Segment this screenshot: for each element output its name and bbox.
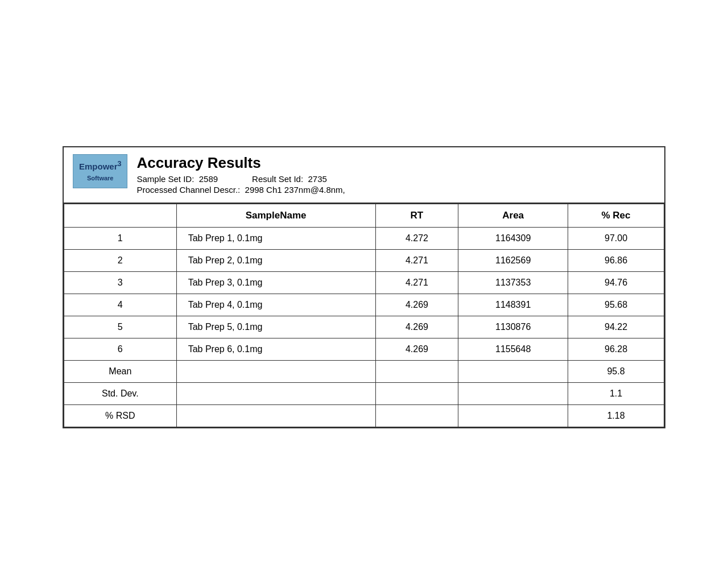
cell-index: 4 [64,294,177,316]
cell-pctrec: 94.22 [568,316,664,338]
col-header-rt: RT [375,204,458,227]
col-header-area: Area [458,204,568,227]
table-body: 1 Tab Prep 1, 0.1mg 4.272 1164309 97.00 … [64,227,664,427]
table-header-row: SampleName RT Area % Rec [64,204,664,227]
cell-samplename: Tab Prep 4, 0.1mg [176,294,375,316]
page-wrapper: Empower3 Software Accuracy Results Sampl… [63,146,665,428]
cell-samplename: Tab Prep 5, 0.1mg [176,316,375,338]
cell-area: 1137353 [458,271,568,294]
cell-pctrec: 95.68 [568,294,664,316]
cell-area: 1148391 [458,294,568,316]
cell-samplename: Tab Prep 3, 0.1mg [176,271,375,294]
cell-rt: 4.269 [375,316,458,338]
table-row: 4 Tab Prep 4, 0.1mg 4.269 1148391 95.68 [64,294,664,316]
cell-pctrec: 96.28 [568,338,664,360]
stat-rt-empty [375,382,458,404]
header-meta-row2: Processed Channel Descr.: 2998 Ch1 237nm… [136,185,655,195]
stat-rt-empty [375,360,458,382]
cell-pctrec: 94.76 [568,271,664,294]
header-box: Empower3 Software Accuracy Results Sampl… [63,146,665,204]
stat-label: % RSD [64,404,177,427]
col-header-pctrec: % Rec [568,204,664,227]
cell-pctrec: 96.86 [568,249,664,271]
cell-rt: 4.271 [375,249,458,271]
table-row: 1 Tab Prep 1, 0.1mg 4.272 1164309 97.00 [64,227,664,249]
col-header-samplename: SampleName [176,204,375,227]
logo: Empower3 Software [73,154,127,188]
sample-set-label: Sample Set ID: [136,174,194,184]
cell-index: 6 [64,338,177,360]
logo-text: Empower3 [79,162,121,171]
stat-area-empty [458,382,568,404]
sample-set-label-text: Sample Set ID: 2589 [136,174,218,184]
result-set-label: Result Set Id: [252,174,303,184]
stat-samplename-empty [176,382,375,404]
result-set-value: 2735 [308,174,326,184]
page-title: Accuracy Results [136,154,655,172]
cell-area: 1130876 [458,316,568,338]
stat-label: Mean [64,360,177,382]
stat-row: Std. Dev. 1.1 [64,382,664,404]
stat-pctrec: 1.1 [568,382,664,404]
table-row: 5 Tab Prep 5, 0.1mg 4.269 1130876 94.22 [64,316,664,338]
table-row: 2 Tab Prep 2, 0.1mg 4.271 1162569 96.86 [64,249,664,271]
table-row: 3 Tab Prep 3, 0.1mg 4.271 1137353 94.76 [64,271,664,294]
channel-value: 2998 Ch1 237nm@4.8nm, [245,185,345,195]
cell-index: 5 [64,316,177,338]
cell-index: 3 [64,271,177,294]
results-table: SampleName RT Area % Rec 1 Tab Prep 1, 0… [64,204,664,427]
table-row: 6 Tab Prep 6, 0.1mg 4.269 1155648 96.28 [64,338,664,360]
stat-pctrec: 95.8 [568,360,664,382]
stat-samplename-empty [176,360,375,382]
stat-samplename-empty [176,404,375,427]
cell-samplename: Tab Prep 6, 0.1mg [176,338,375,360]
stat-row: % RSD 1.18 [64,404,664,427]
stat-pctrec: 1.18 [568,404,664,427]
cell-rt: 4.272 [375,227,458,249]
stat-rt-empty [375,404,458,427]
table-container: SampleName RT Area % Rec 1 Tab Prep 1, 0… [63,204,665,428]
channel-label: Processed Channel Descr.: [136,185,240,195]
header-info: Accuracy Results Sample Set ID: 2589 Res… [136,154,655,196]
cell-rt: 4.269 [375,338,458,360]
cell-rt: 4.269 [375,294,458,316]
sample-set-value: 2589 [199,174,218,184]
header-meta-row1: Sample Set ID: 2589 Result Set Id: 2735 [136,174,655,184]
cell-area: 1155648 [458,338,568,360]
cell-area: 1164309 [458,227,568,249]
stat-label: Std. Dev. [64,382,177,404]
col-header-index [64,204,177,227]
stat-area-empty [458,360,568,382]
stat-row: Mean 95.8 [64,360,664,382]
stat-area-empty [458,404,568,427]
result-set-label-text: Result Set Id: 2735 [252,174,327,184]
cell-rt: 4.271 [375,271,458,294]
logo-subtext: Software [87,175,113,181]
cell-index: 2 [64,249,177,271]
logo-super: 3 [118,160,122,168]
cell-area: 1162569 [458,249,568,271]
cell-pctrec: 97.00 [568,227,664,249]
cell-index: 1 [64,227,177,249]
cell-samplename: Tab Prep 2, 0.1mg [176,249,375,271]
cell-samplename: Tab Prep 1, 0.1mg [176,227,375,249]
